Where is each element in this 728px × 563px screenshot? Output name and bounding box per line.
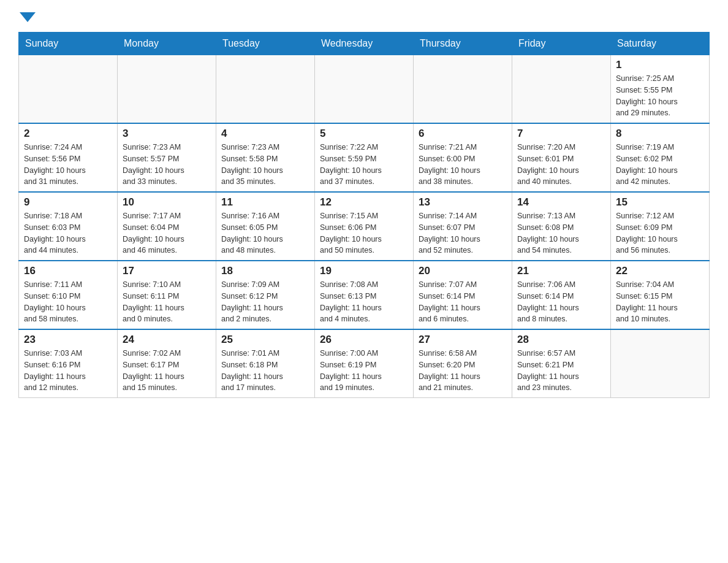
day-number: 13: [419, 196, 507, 209]
logo: [18, 12, 36, 22]
day-number: 24: [123, 334, 211, 346]
day-number: 22: [616, 265, 704, 277]
day-info: Sunrise: 7:00 AM Sunset: 6:19 PM Dayligh…: [320, 348, 408, 394]
weekday-header-wednesday: Wednesday: [315, 33, 414, 55]
day-number: 16: [24, 265, 112, 277]
calendar-cell: 23Sunrise: 7:03 AM Sunset: 6:16 PM Dayli…: [19, 329, 118, 398]
day-number: 1: [616, 59, 704, 71]
calendar-cell: 4Sunrise: 7:23 AM Sunset: 5:58 PM Daylig…: [216, 123, 315, 192]
calendar-cell: 18Sunrise: 7:09 AM Sunset: 6:12 PM Dayli…: [216, 261, 315, 329]
calendar-cell: [315, 55, 414, 123]
day-number: 12: [320, 196, 408, 209]
day-number: 3: [123, 128, 211, 140]
day-info: Sunrise: 6:57 AM Sunset: 6:21 PM Dayligh…: [517, 348, 605, 394]
day-info: Sunrise: 7:22 AM Sunset: 5:59 PM Dayligh…: [320, 142, 408, 188]
calendar-cell: 13Sunrise: 7:14 AM Sunset: 6:07 PM Dayli…: [414, 192, 512, 261]
day-number: 6: [419, 128, 507, 140]
day-info: Sunrise: 7:23 AM Sunset: 5:58 PM Dayligh…: [221, 142, 309, 188]
calendar-cell: 14Sunrise: 7:13 AM Sunset: 6:08 PM Dayli…: [512, 192, 611, 261]
calendar-cell: 25Sunrise: 7:01 AM Sunset: 6:18 PM Dayli…: [216, 329, 315, 398]
calendar-cell: 3Sunrise: 7:23 AM Sunset: 5:57 PM Daylig…: [118, 123, 216, 192]
logo-area: [18, 12, 36, 22]
day-number: 25: [221, 334, 309, 346]
day-number: 21: [517, 265, 605, 277]
day-number: 19: [320, 265, 408, 277]
page-header: [18, 12, 710, 22]
calendar-cell: 6Sunrise: 7:21 AM Sunset: 6:00 PM Daylig…: [414, 123, 512, 192]
calendar-cell: 11Sunrise: 7:16 AM Sunset: 6:05 PM Dayli…: [216, 192, 315, 261]
day-info: Sunrise: 7:09 AM Sunset: 6:12 PM Dayligh…: [221, 279, 309, 325]
calendar-week-row: 1Sunrise: 7:25 AM Sunset: 5:55 PM Daylig…: [19, 55, 710, 123]
day-number: 2: [24, 128, 112, 140]
calendar-cell: 2Sunrise: 7:24 AM Sunset: 5:56 PM Daylig…: [19, 123, 118, 192]
calendar-cell: [414, 55, 512, 123]
day-number: 26: [320, 334, 408, 346]
calendar-cell: 21Sunrise: 7:06 AM Sunset: 6:14 PM Dayli…: [512, 261, 611, 329]
calendar-week-row: 9Sunrise: 7:18 AM Sunset: 6:03 PM Daylig…: [19, 192, 710, 261]
calendar-cell: 26Sunrise: 7:00 AM Sunset: 6:19 PM Dayli…: [315, 329, 414, 398]
day-info: Sunrise: 7:04 AM Sunset: 6:15 PM Dayligh…: [616, 279, 704, 325]
day-number: 15: [616, 196, 704, 209]
calendar-cell: 28Sunrise: 6:57 AM Sunset: 6:21 PM Dayli…: [512, 329, 611, 398]
calendar-cell: 19Sunrise: 7:08 AM Sunset: 6:13 PM Dayli…: [315, 261, 414, 329]
calendar-cell: 9Sunrise: 7:18 AM Sunset: 6:03 PM Daylig…: [19, 192, 118, 261]
weekday-header-sunday: Sunday: [19, 33, 118, 55]
day-info: Sunrise: 7:24 AM Sunset: 5:56 PM Dayligh…: [24, 142, 112, 188]
day-info: Sunrise: 6:58 AM Sunset: 6:20 PM Dayligh…: [419, 348, 507, 394]
day-info: Sunrise: 7:18 AM Sunset: 6:03 PM Dayligh…: [24, 210, 112, 256]
calendar-week-row: 23Sunrise: 7:03 AM Sunset: 6:16 PM Dayli…: [19, 329, 710, 398]
calendar-cell: 16Sunrise: 7:11 AM Sunset: 6:10 PM Dayli…: [19, 261, 118, 329]
calendar-cell: [216, 55, 315, 123]
day-number: 5: [320, 128, 408, 140]
calendar-cell: 20Sunrise: 7:07 AM Sunset: 6:14 PM Dayli…: [414, 261, 512, 329]
calendar-cell: 5Sunrise: 7:22 AM Sunset: 5:59 PM Daylig…: [315, 123, 414, 192]
day-number: 11: [221, 196, 309, 209]
calendar-cell: 27Sunrise: 6:58 AM Sunset: 6:20 PM Dayli…: [414, 329, 512, 398]
calendar-cell: [611, 329, 710, 398]
day-info: Sunrise: 7:13 AM Sunset: 6:08 PM Dayligh…: [517, 210, 605, 256]
day-info: Sunrise: 7:10 AM Sunset: 6:11 PM Dayligh…: [123, 279, 211, 325]
day-info: Sunrise: 7:17 AM Sunset: 6:04 PM Dayligh…: [123, 210, 211, 256]
day-info: Sunrise: 7:01 AM Sunset: 6:18 PM Dayligh…: [221, 348, 309, 394]
day-info: Sunrise: 7:15 AM Sunset: 6:06 PM Dayligh…: [320, 210, 408, 256]
calendar-cell: 7Sunrise: 7:20 AM Sunset: 6:01 PM Daylig…: [512, 123, 611, 192]
calendar-cell: 10Sunrise: 7:17 AM Sunset: 6:04 PM Dayli…: [118, 192, 216, 261]
day-info: Sunrise: 7:19 AM Sunset: 6:02 PM Dayligh…: [616, 142, 704, 188]
calendar-week-row: 2Sunrise: 7:24 AM Sunset: 5:56 PM Daylig…: [19, 123, 710, 192]
calendar-cell: [118, 55, 216, 123]
weekday-header-friday: Friday: [512, 33, 611, 55]
calendar-week-row: 16Sunrise: 7:11 AM Sunset: 6:10 PM Dayli…: [19, 261, 710, 329]
day-info: Sunrise: 7:21 AM Sunset: 6:00 PM Dayligh…: [419, 142, 507, 188]
day-number: 7: [517, 128, 605, 140]
calendar-cell: 1Sunrise: 7:25 AM Sunset: 5:55 PM Daylig…: [611, 55, 710, 123]
calendar-cell: 22Sunrise: 7:04 AM Sunset: 6:15 PM Dayli…: [611, 261, 710, 329]
day-info: Sunrise: 7:20 AM Sunset: 6:01 PM Dayligh…: [517, 142, 605, 188]
day-info: Sunrise: 7:16 AM Sunset: 6:05 PM Dayligh…: [221, 210, 309, 256]
calendar-cell: 12Sunrise: 7:15 AM Sunset: 6:06 PM Dayli…: [315, 192, 414, 261]
day-info: Sunrise: 7:02 AM Sunset: 6:17 PM Dayligh…: [123, 348, 211, 394]
day-info: Sunrise: 7:08 AM Sunset: 6:13 PM Dayligh…: [320, 279, 408, 325]
day-number: 10: [123, 196, 211, 209]
calendar-cell: 8Sunrise: 7:19 AM Sunset: 6:02 PM Daylig…: [611, 123, 710, 192]
day-number: 28: [517, 334, 605, 346]
day-info: Sunrise: 7:12 AM Sunset: 6:09 PM Dayligh…: [616, 210, 704, 256]
weekday-header-saturday: Saturday: [611, 33, 710, 55]
day-info: Sunrise: 7:23 AM Sunset: 5:57 PM Dayligh…: [123, 142, 211, 188]
day-info: Sunrise: 7:25 AM Sunset: 5:55 PM Dayligh…: [616, 73, 704, 119]
calendar-cell: 24Sunrise: 7:02 AM Sunset: 6:17 PM Dayli…: [118, 329, 216, 398]
weekday-header-tuesday: Tuesday: [216, 33, 315, 55]
day-number: 9: [24, 196, 112, 209]
calendar-cell: 17Sunrise: 7:10 AM Sunset: 6:11 PM Dayli…: [118, 261, 216, 329]
weekday-header-monday: Monday: [118, 33, 216, 55]
day-info: Sunrise: 7:07 AM Sunset: 6:14 PM Dayligh…: [419, 279, 507, 325]
day-info: Sunrise: 7:14 AM Sunset: 6:07 PM Dayligh…: [419, 210, 507, 256]
day-number: 17: [123, 265, 211, 277]
day-number: 8: [616, 128, 704, 140]
day-info: Sunrise: 7:03 AM Sunset: 6:16 PM Dayligh…: [24, 348, 112, 394]
weekday-header-thursday: Thursday: [414, 33, 512, 55]
day-number: 4: [221, 128, 309, 140]
day-number: 20: [419, 265, 507, 277]
day-number: 14: [517, 196, 605, 209]
calendar-table: SundayMondayTuesdayWednesdayThursdayFrid…: [18, 32, 710, 398]
day-info: Sunrise: 7:11 AM Sunset: 6:10 PM Dayligh…: [24, 279, 112, 325]
